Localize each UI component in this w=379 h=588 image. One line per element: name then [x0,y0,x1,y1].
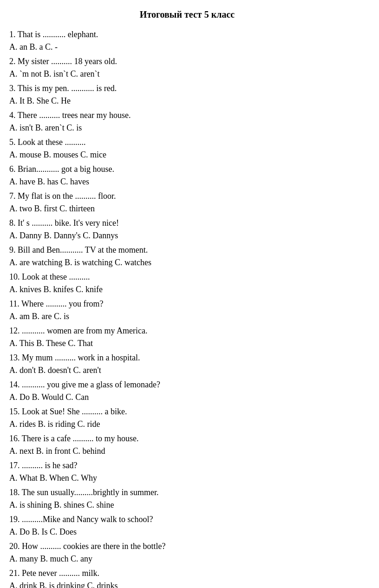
question-text: 19. ..........Mike and Nancy walk to sch… [9,513,365,526]
question-block: 2. My sister .......... 18 years old.A. … [9,55,365,80]
question-block: 21. Pete never .......... milk.A. drink … [9,567,365,588]
question-text: 21. Pete never .......... milk. [9,567,365,580]
answer-options: A. an B. a C. - [9,41,365,53]
answer-options: A. Danny B. Danny's C. Dannys [9,229,365,242]
question-block: 17. .......... is he sad?A. What B. When… [9,459,365,484]
question-text: 1. That is ........... elephant. [9,28,365,41]
answer-options: A. It B. She C. He [9,95,365,107]
answer-options: A. What B. When C. Why [9,472,365,484]
question-block: 1. That is ........... elephant.A. an B.… [9,28,365,53]
answer-options: A. don't B. doesn't C. aren't [9,364,365,377]
answer-options: A. `m not B. isn`t C. aren`t [9,68,365,80]
question-block: 19. ..........Mike and Nancy walk to sch… [9,513,365,538]
question-text: 11. Where .......... you from? [9,298,365,310]
answer-options: A. This B. These C. That [9,337,365,350]
answer-options: A. rides B. is riding C. ride [9,418,365,431]
answer-options: A. knives B. knifes C. knife [9,283,365,296]
answer-options: A. many B. much C. any [9,553,365,565]
question-block: 5. Look at these ..........A. mouse B. m… [9,136,365,161]
questions-container: 1. That is ........... elephant.A. an B.… [9,28,365,588]
question-text: 10. Look at these .......... [9,271,365,283]
question-block: 16. There is a cafe .......... to my hou… [9,432,365,457]
answer-options: A. next B. in front C. behind [9,445,365,457]
answer-options: A. Do B. Is C. Does [9,526,365,538]
question-text: 8. It' s .......... bike. It's very nice… [9,217,365,229]
question-text: 7. My flat is on the .......... floor. [9,190,365,203]
answer-options: A. have B. has C. haves [9,176,365,188]
question-text: 16. There is a cafe .......... to my hou… [9,432,365,445]
question-block: 18. The sun usually.........brightly in … [9,486,365,511]
question-block: 13. My mum .......... work in a hospital… [9,352,365,377]
page-title: Итоговый тест 5 класс [9,9,365,20]
question-text: 17. .......... is he sad? [9,459,365,472]
question-block: 3. This is my pen. ........... is red.A.… [9,82,365,107]
answer-options: A. are watching B. is watching C. watche… [9,256,365,269]
question-block: 11. Where .......... you from?A. am B. a… [9,298,365,323]
question-block: 8. It' s .......... bike. It's very nice… [9,217,365,242]
question-block: 12. ........... women are from my Americ… [9,325,365,350]
answer-options: A. is shining B. shines C. shine [9,499,365,511]
question-text: 9. Bill and Ben........... TV at the mom… [9,244,365,256]
question-text: 6. Brian........... got a big house. [9,163,365,176]
question-text: 13. My mum .......... work in a hospital… [9,352,365,364]
question-text: 12. ........... women are from my Americ… [9,325,365,337]
question-text: 2. My sister .......... 18 years old. [9,55,365,68]
question-text: 14. ........... you give me a glass of l… [9,379,365,391]
question-text: 15. Look at Sue! She .......... a bike. [9,405,365,418]
question-text: 20. How .......... cookies are there in … [9,540,365,553]
question-block: 7. My flat is on the .......... floor.A.… [9,190,365,215]
question-block: 10. Look at these ..........A. knives B.… [9,271,365,296]
question-block: 14. ........... you give me a glass of l… [9,379,365,404]
answer-options: A. Do B. Would C. Can [9,391,365,404]
question-block: 9. Bill and Ben........... TV at the mom… [9,244,365,269]
answer-options: A. isn't B. aren`t C. is [9,122,365,134]
answer-options: A. am B. are C. is [9,310,365,323]
question-block: 4. There .......... trees near my house.… [9,109,365,134]
answer-options: A. drink B. is drinking C. drinks [9,580,365,588]
question-block: 20. How .......... cookies are there in … [9,540,365,565]
question-text: 3. This is my pen. ........... is red. [9,82,365,95]
question-text: 4. There .......... trees near my house. [9,109,365,122]
question-block: 15. Look at Sue! She .......... a bike.A… [9,405,365,431]
answer-options: A. mouse B. mouses C. mice [9,149,365,161]
question-text: 5. Look at these .......... [9,136,365,149]
question-text: 18. The sun usually.........brightly in … [9,486,365,499]
answer-options: A. two B. first C. thirteen [9,203,365,215]
question-block: 6. Brian........... got a big house.A. h… [9,163,365,188]
